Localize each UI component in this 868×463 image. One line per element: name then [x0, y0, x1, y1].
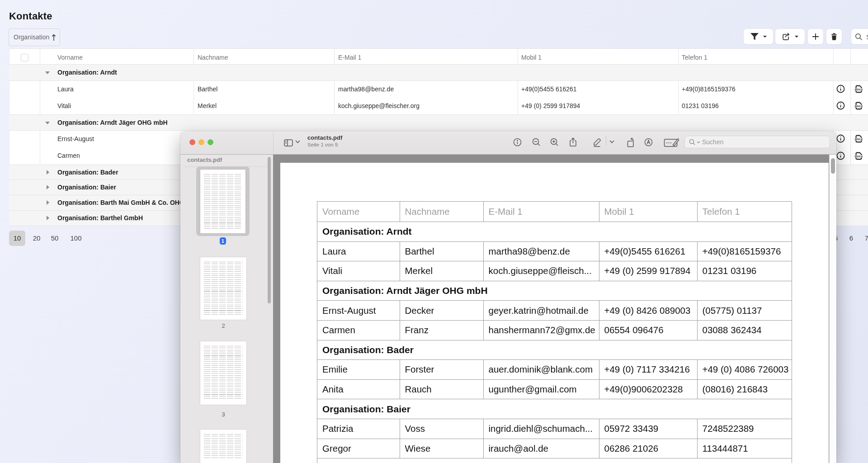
svg-text:docx: docx	[854, 154, 863, 158]
svg-text:docx: docx	[854, 87, 863, 91]
svg-text:docx: docx	[854, 104, 863, 108]
svg-text:docx: docx	[854, 137, 863, 141]
